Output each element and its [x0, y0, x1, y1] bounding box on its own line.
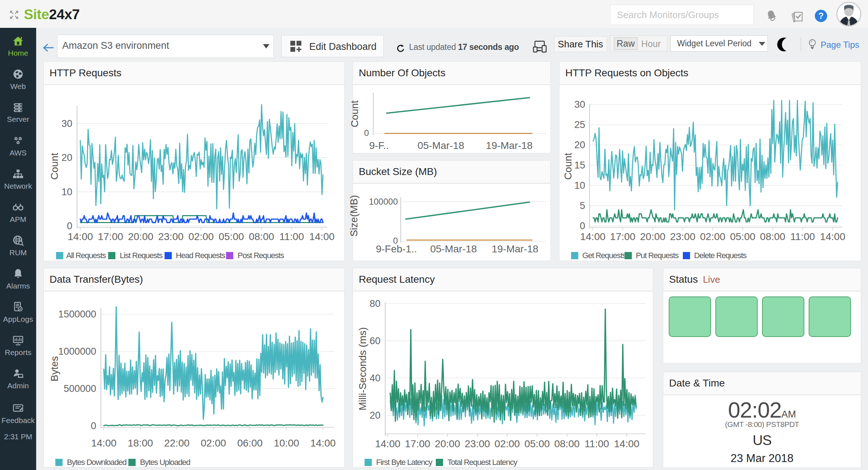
svg-text:0: 0	[91, 420, 96, 431]
svg-text:17:00: 17:00	[610, 231, 635, 242]
svg-text:20: 20	[370, 410, 380, 421]
svg-text:15: 15	[574, 160, 585, 171]
svg-text:9-F..: 9-F..	[369, 140, 389, 151]
svg-text:05:00: 05:00	[218, 231, 244, 242]
svg-text:5: 5	[580, 200, 585, 211]
svg-text:Count: Count	[49, 153, 60, 180]
svg-text:14:00: 14:00	[68, 231, 93, 242]
svg-text:40: 40	[370, 373, 380, 384]
svg-text:30: 30	[574, 99, 585, 110]
svg-text:14:00: 14:00	[820, 231, 845, 242]
svg-text:9-Feb-1..: 9-Feb-1..	[376, 243, 417, 255]
svg-text:80: 80	[370, 298, 380, 309]
svg-text:0: 0	[364, 128, 369, 138]
svg-text:19-Mar-18: 19-Mar-18	[486, 140, 532, 151]
svg-text:08:00: 08:00	[249, 231, 274, 242]
svg-text:20: 20	[574, 140, 585, 150]
svg-text:30: 30	[61, 118, 72, 129]
svg-text:02:00: 02:00	[494, 438, 520, 449]
svg-text:18:00: 18:00	[128, 437, 153, 449]
svg-text:0: 0	[67, 221, 72, 231]
svg-text:Total Request Latency: Total Request Latency	[447, 458, 518, 467]
svg-text:Bytes: Bytes	[49, 356, 60, 381]
svg-text:Milli-Seconds (ms): Milli-Seconds (ms)	[357, 327, 368, 410]
svg-text:Delete Requests: Delete Requests	[694, 251, 747, 260]
svg-text:02:00: 02:00	[201, 437, 226, 449]
svg-text:02:00: 02:00	[188, 231, 214, 242]
svg-text:23:00: 23:00	[158, 231, 183, 242]
svg-text:500000: 500000	[64, 383, 96, 394]
svg-text:06:00: 06:00	[237, 437, 263, 449]
svg-text:17:00: 17:00	[405, 438, 430, 449]
svg-text:Count: Count	[562, 153, 574, 180]
svg-text:Count: Count	[349, 100, 360, 127]
svg-text:Put Requests: Put Requests	[636, 251, 679, 260]
svg-text:All Requests: All Requests	[66, 251, 106, 260]
svg-text:11:00: 11:00	[790, 231, 815, 242]
svg-text:05-Mar-18: 05-Mar-18	[417, 140, 464, 151]
svg-text:Bytes Uploaded: Bytes Uploaded	[140, 458, 190, 467]
svg-text:20: 20	[61, 152, 72, 163]
svg-text:1000000: 1000000	[58, 346, 96, 357]
svg-text:05:00: 05:00	[730, 231, 755, 242]
svg-text:Head Requests: Head Requests	[176, 251, 225, 260]
svg-text:11:00: 11:00	[280, 231, 304, 242]
svg-text:08:00: 08:00	[760, 231, 785, 242]
svg-text:14:00: 14:00	[375, 438, 400, 449]
svg-text:60: 60	[370, 336, 380, 346]
svg-text:05-Mar-18: 05-Mar-18	[430, 243, 477, 255]
svg-text:100000: 100000	[369, 197, 398, 206]
svg-text:23:00: 23:00	[465, 438, 490, 449]
svg-text:First Byte Latency: First Byte Latency	[376, 458, 433, 467]
svg-text:20:00: 20:00	[128, 231, 153, 242]
svg-text:11:00: 11:00	[584, 438, 609, 449]
svg-text:25: 25	[574, 119, 585, 130]
svg-text:19-Mar-18: 19-Mar-18	[492, 243, 538, 255]
svg-text:Size(MB): Size(MB)	[348, 195, 359, 236]
svg-text:14:00: 14:00	[91, 437, 116, 449]
svg-text:List Requests: List Requests	[120, 251, 163, 260]
svg-text:1500000: 1500000	[58, 309, 96, 320]
svg-text:14:00: 14:00	[614, 438, 639, 449]
svg-text:22:00: 22:00	[164, 437, 190, 449]
svg-text:0: 0	[580, 221, 585, 231]
svg-text:10: 10	[61, 187, 72, 197]
svg-text:14:00: 14:00	[310, 437, 336, 449]
svg-text:02:00: 02:00	[700, 231, 726, 242]
svg-text:10:00: 10:00	[274, 437, 299, 449]
svg-text:10: 10	[574, 180, 585, 191]
svg-text:23:00: 23:00	[670, 231, 695, 242]
svg-text:20:00: 20:00	[435, 438, 460, 449]
svg-text:14:00: 14:00	[309, 231, 335, 242]
svg-text:Post Requests: Post Requests	[238, 251, 284, 260]
svg-text:05:00: 05:00	[524, 438, 550, 449]
svg-text:Get Requests: Get Requests	[582, 251, 626, 260]
svg-text:08:00: 08:00	[554, 438, 580, 449]
svg-text:14:00: 14:00	[580, 231, 605, 242]
svg-text:Bytes Downloaded: Bytes Downloaded	[67, 458, 126, 467]
svg-text:17:00: 17:00	[98, 231, 123, 242]
svg-text:20:00: 20:00	[640, 231, 665, 242]
